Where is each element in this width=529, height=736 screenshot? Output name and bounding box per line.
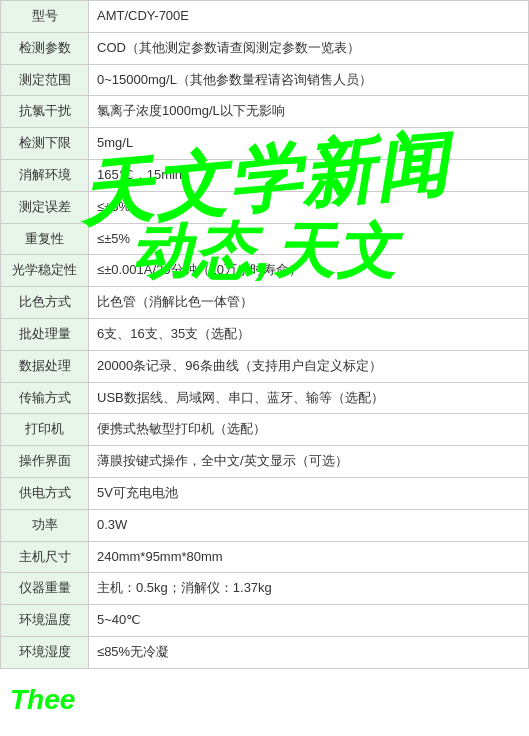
table-row: 环境温度5~40℃ [1, 605, 529, 637]
row-value: 240mm*95mm*80mm [89, 541, 529, 573]
row-label: 供电方式 [1, 477, 89, 509]
table-row: 抗氯干扰氯离子浓度1000mg/L以下无影响 [1, 96, 529, 128]
table-row: 消解环境165℃，15min [1, 159, 529, 191]
row-value: 便携式热敏型打印机（选配） [89, 414, 529, 446]
row-value: 比色管（消解比色一体管） [89, 287, 529, 319]
row-label: 主机尺寸 [1, 541, 89, 573]
row-label: 环境湿度 [1, 636, 89, 668]
row-value: 6支、16支、35支（选配） [89, 318, 529, 350]
row-value: 0~15000mg/L（其他参数量程请咨询销售人员） [89, 64, 529, 96]
row-label: 抗氯干扰 [1, 96, 89, 128]
watermark-bottom-text: Thee [0, 684, 75, 715]
table-row: 重复性≤±5% [1, 223, 529, 255]
table-row: 测定范围0~15000mg/L（其他参数量程请咨询销售人员） [1, 64, 529, 96]
table-row: 操作界面薄膜按键式操作，全中文/英文显示（可选） [1, 446, 529, 478]
row-label: 重复性 [1, 223, 89, 255]
row-label: 检测下限 [1, 128, 89, 160]
row-value: ≤±0.001A/20分钟（10万小时寿命） [89, 255, 529, 287]
row-label: 检测参数 [1, 32, 89, 64]
table-row: 环境湿度≤85%无冷凝 [1, 636, 529, 668]
row-value: 薄膜按键式操作，全中文/英文显示（可选） [89, 446, 529, 478]
row-value: COD（其他测定参数请查阅测定参数一览表） [89, 32, 529, 64]
row-label: 测定误差 [1, 191, 89, 223]
row-value: USB数据线、局域网、串口、蓝牙、输等（选配） [89, 382, 529, 414]
row-value: 5~40℃ [89, 605, 529, 637]
table-row: 主机尺寸240mm*95mm*80mm [1, 541, 529, 573]
row-value: ≤±5% [89, 223, 529, 255]
row-label: 比色方式 [1, 287, 89, 319]
table-row: 仪器重量主机：0.5kg；消解仪：1.37kg [1, 573, 529, 605]
row-label: 操作界面 [1, 446, 89, 478]
table-row: 检测参数COD（其他测定参数请查阅测定参数一览表） [1, 32, 529, 64]
row-value: 5mg/L [89, 128, 529, 160]
table-row: 比色方式比色管（消解比色一体管） [1, 287, 529, 319]
row-label: 打印机 [1, 414, 89, 446]
row-value: 165℃，15min [89, 159, 529, 191]
row-value: 主机：0.5kg；消解仪：1.37kg [89, 573, 529, 605]
row-value: AMT/CDY-700E [89, 1, 529, 33]
table-row: 功率0.3W [1, 509, 529, 541]
table-row: 检测下限5mg/L [1, 128, 529, 160]
row-label: 数据处理 [1, 350, 89, 382]
table-row: 测定误差≤±5% [1, 191, 529, 223]
row-value: ≤±5% [89, 191, 529, 223]
row-label: 光学稳定性 [1, 255, 89, 287]
row-value: ≤85%无冷凝 [89, 636, 529, 668]
table-row: 型号AMT/CDY-700E [1, 1, 529, 33]
table-row: 批处理量6支、16支、35支（选配） [1, 318, 529, 350]
row-label: 功率 [1, 509, 89, 541]
row-value: 0.3W [89, 509, 529, 541]
table-row: 打印机便携式热敏型打印机（选配） [1, 414, 529, 446]
row-value: 5V可充电电池 [89, 477, 529, 509]
row-label: 消解环境 [1, 159, 89, 191]
row-label: 传输方式 [1, 382, 89, 414]
table-row: 供电方式5V可充电电池 [1, 477, 529, 509]
row-label: 测定范围 [1, 64, 89, 96]
table-row: 光学稳定性≤±0.001A/20分钟（10万小时寿命） [1, 255, 529, 287]
watermark-bottom: Thee [0, 684, 529, 716]
row-value: 20000条记录、96条曲线（支持用户自定义标定） [89, 350, 529, 382]
specs-table: 型号AMT/CDY-700E检测参数COD（其他测定参数请查阅测定参数一览表）测… [0, 0, 529, 669]
table-row: 数据处理20000条记录、96条曲线（支持用户自定义标定） [1, 350, 529, 382]
table-row: 传输方式USB数据线、局域网、串口、蓝牙、输等（选配） [1, 382, 529, 414]
row-label: 环境温度 [1, 605, 89, 637]
row-label: 型号 [1, 1, 89, 33]
row-label: 仪器重量 [1, 573, 89, 605]
row-label: 批处理量 [1, 318, 89, 350]
row-value: 氯离子浓度1000mg/L以下无影响 [89, 96, 529, 128]
